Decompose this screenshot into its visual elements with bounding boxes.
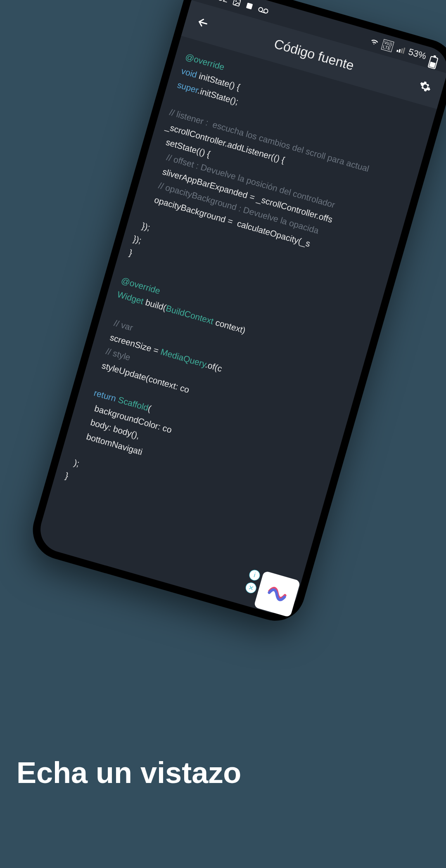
phone-mockup: 21:52 Vo))LTE: [26, 0, 446, 628]
ad-logo-icon: [262, 578, 292, 610]
code-token: super: [176, 80, 199, 95]
code-token: }: [64, 471, 69, 480]
signal-icon: [396, 44, 406, 54]
svg-rect-6: [396, 50, 399, 52]
gear-icon: [418, 79, 433, 94]
voicemail-icon: [257, 5, 270, 15]
app-icon: [244, 1, 255, 11]
code-token: );: [68, 456, 81, 468]
source-code-view[interactable]: @override void initState() { super.initS…: [35, 36, 437, 619]
code-token: });: [132, 234, 142, 245]
svg-rect-0: [233, 0, 241, 6]
volte-icon: Vo))LTE: [381, 39, 394, 52]
code-token: context): [212, 317, 249, 336]
promo-caption: Echa un vistazo: [17, 756, 241, 790]
back-button[interactable]: [192, 12, 214, 34]
svg-rect-7: [399, 49, 401, 53]
settings-button[interactable]: [414, 75, 437, 97]
code-token: .of(c: [204, 359, 223, 373]
svg-rect-2: [246, 2, 253, 9]
code-token: Widget: [116, 289, 147, 307]
code-token: build(: [145, 298, 168, 312]
battery-percent: 53%: [407, 47, 428, 62]
svg-rect-12: [429, 61, 436, 68]
svg-rect-8: [401, 48, 403, 53]
code-token: styleUpdate(context: co: [96, 359, 191, 395]
code-token: });: [136, 220, 152, 232]
image-icon: [232, 0, 242, 7]
phone-frame: 21:52 Vo))LTE: [26, 0, 446, 628]
code-comment: // var: [108, 317, 134, 333]
wifi-icon: [369, 37, 380, 47]
code-comment: // style: [100, 345, 132, 362]
code-token: BuildContext: [165, 303, 215, 326]
code-token: return: [88, 387, 120, 404]
svg-rect-9: [402, 47, 405, 54]
code-token: void: [180, 66, 201, 80]
phone-screen: 21:52 Vo))LTE: [35, 0, 446, 619]
svg-point-14: [423, 85, 427, 88]
battery-icon: [429, 54, 439, 64]
code-token: MediaQuery: [159, 347, 207, 369]
status-time: 21:52: [205, 0, 230, 5]
arrow-left-icon: [196, 16, 210, 30]
code-token: Scaffold: [117, 395, 149, 413]
code-token: }: [128, 248, 133, 258]
svg-point-1: [235, 0, 237, 2]
